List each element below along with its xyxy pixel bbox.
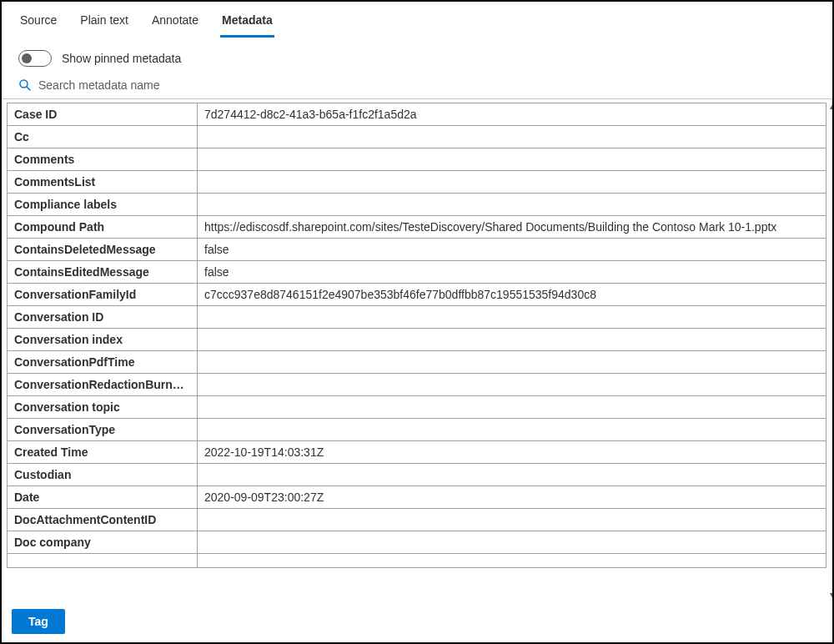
metadata-row: DocAttachmentContentID (8, 509, 826, 531)
metadata-key: ConversationPdfTime (8, 351, 198, 374)
metadata-key: Conversation ID (8, 306, 198, 329)
metadata-row: Date2020-09-09T23:00:27Z (8, 486, 826, 509)
metadata-row: Conversation index (8, 329, 826, 351)
metadata-row: ConversationRedactionBurnTime (8, 374, 826, 396)
metadata-row: ConversationType (8, 419, 826, 441)
metadata-value (198, 329, 826, 351)
metadata-value (198, 396, 826, 419)
metadata-value (198, 148, 826, 171)
vertical-scrollbar[interactable]: ▴ ▾ (831, 99, 832, 601)
metadata-key: D C Li t (8, 554, 198, 568)
metadata-key: Conversation topic (8, 396, 198, 419)
metadata-table-scroll[interactable]: Case ID7d274412-d8c2-41a3-b65a-f1fc2f1a5… (2, 99, 831, 601)
metadata-key: ConversationFamilyId (8, 284, 198, 306)
show-pinned-metadata-toggle[interactable] (18, 50, 52, 67)
metadata-value: c7ccc937e8d8746151f2e4907be353bf46fe77b0… (198, 284, 826, 306)
tag-button[interactable]: Tag (12, 609, 65, 634)
toggle-thumb (22, 53, 32, 63)
metadata-value (198, 419, 826, 441)
metadata-row: Conversation ID (8, 306, 826, 329)
metadata-row: Comments (8, 148, 826, 171)
metadata-value: 7d274412-d8c2-41a3-b65a-f1fc2f1a5d2a (198, 103, 826, 126)
metadata-row: Compound Pathhttps://ediscosdf.sharepoin… (8, 216, 826, 239)
metadata-value (198, 306, 826, 329)
metadata-row: ConversationFamilyIdc7ccc937e8d8746151f2… (8, 284, 826, 306)
metadata-key: Case ID (8, 103, 198, 126)
metadata-table: Case ID7d274412-d8c2-41a3-b65a-f1fc2f1a5… (7, 103, 826, 568)
metadata-row: CommentsList (8, 171, 826, 194)
metadata-value: 2022-10-19T14:03:31Z (198, 441, 826, 464)
metadata-value: false (198, 239, 826, 261)
metadata-value (198, 531, 826, 554)
metadata-row: Created Time2022-10-19T14:03:31Z (8, 441, 826, 464)
svg-point-0 (20, 80, 28, 88)
metadata-value (198, 194, 826, 216)
metadata-row: Doc company (8, 531, 826, 554)
metadata-row-cutoff: D C Li t (8, 554, 826, 568)
metadata-row: ContainsDeletedMessagefalse (8, 239, 826, 261)
metadata-key: Compliance labels (8, 194, 198, 216)
metadata-key: Cc (8, 126, 198, 148)
tab-plain-text[interactable]: Plain text (78, 8, 130, 38)
metadata-key: Compound Path (8, 216, 198, 239)
footer-bar: Tag (2, 601, 832, 642)
search-metadata-input[interactable] (38, 78, 289, 92)
metadata-key: ContainsEditedMessage (8, 261, 198, 284)
metadata-row: ContainsEditedMessagefalse (8, 261, 826, 284)
show-pinned-metadata-label: Show pinned metadata (62, 52, 181, 65)
svg-line-1 (27, 87, 30, 90)
metadata-value: 2020-09-09T23:00:27Z (198, 486, 826, 509)
metadata-row: Cc (8, 126, 826, 148)
metadata-value (198, 509, 826, 531)
metadata-key: DocAttachmentContentID (8, 509, 198, 531)
metadata-key: ConversationRedactionBurnTime (8, 374, 198, 396)
metadata-value (198, 374, 826, 396)
metadata-value (198, 554, 826, 568)
metadata-key: Date (8, 486, 198, 509)
metadata-key: ContainsDeletedMessage (8, 239, 198, 261)
metadata-key: Custodian (8, 464, 198, 486)
tab-metadata[interactable]: Metadata (220, 8, 274, 38)
metadata-row: ConversationPdfTime (8, 351, 826, 374)
tab-source[interactable]: Source (18, 8, 58, 38)
metadata-row: Compliance labels (8, 194, 826, 216)
search-icon (18, 78, 32, 92)
metadata-row: Case ID7d274412-d8c2-41a3-b65a-f1fc2f1a5… (8, 103, 826, 126)
metadata-key: Doc company (8, 531, 198, 554)
metadata-value (198, 351, 826, 374)
metadata-value: https://ediscosdf.sharepoint.com/sites/T… (198, 216, 826, 239)
metadata-key: Conversation index (8, 329, 198, 351)
metadata-key: ConversationType (8, 419, 198, 441)
metadata-value (198, 464, 826, 486)
metadata-key: Comments (8, 148, 198, 171)
tab-bar: Source Plain text Annotate Metadata (2, 2, 832, 38)
metadata-row: Custodian (8, 464, 826, 486)
metadata-key: CommentsList (8, 171, 198, 194)
tab-annotate[interactable]: Annotate (150, 8, 200, 38)
metadata-key: Created Time (8, 441, 198, 464)
metadata-value: false (198, 261, 826, 284)
metadata-value (198, 126, 826, 148)
metadata-value (198, 171, 826, 194)
metadata-row: Conversation topic (8, 396, 826, 419)
